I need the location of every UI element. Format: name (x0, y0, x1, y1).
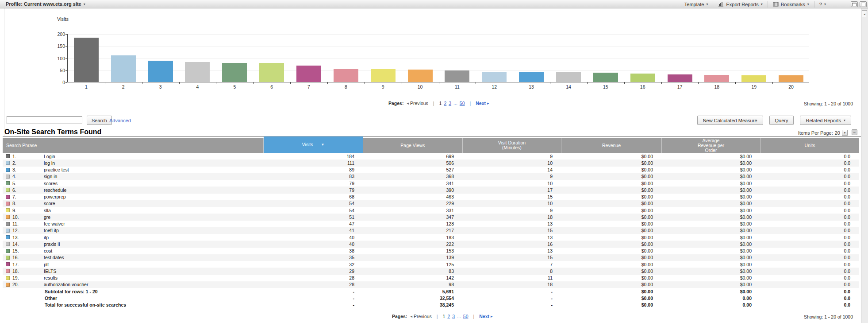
advanced-link[interactable]: Advanced (109, 118, 131, 123)
cell-units: 0.0 (760, 228, 859, 233)
table-row: 2.log in11150610$0.00$0.000.0 (3, 160, 859, 166)
bar (519, 72, 544, 82)
search-phrase: powerprep (44, 194, 66, 199)
column-header-page-views[interactable]: Page Views (363, 138, 463, 153)
page-number-link[interactable]: 3 (452, 314, 455, 319)
cell-avg-revenue-per-order: $0.00 (662, 208, 760, 213)
cell-search-phrase: 17.plt (3, 262, 264, 267)
y-axis-tick (65, 58, 67, 59)
cell-page-views: 222 (363, 241, 463, 247)
column-header-visit-duration[interactable]: Visit Duration (Minutes) (463, 138, 561, 153)
search-input[interactable] (7, 116, 82, 124)
page-number-link[interactable]: 3 (449, 101, 451, 106)
row-color-swatch (6, 242, 10, 246)
related-reports-button[interactable]: Related Reports ▾ (800, 116, 851, 125)
cell-revenue: $0.00 (561, 201, 662, 206)
column-header-visits[interactable]: Visits ▼ (264, 136, 363, 153)
new-calculated-measure-button[interactable]: New Calculated Measure (697, 116, 763, 125)
cell-visit-duration: 15 (463, 228, 561, 233)
row-color-swatch (6, 283, 10, 287)
help-menu[interactable]: ? ▾ (814, 1, 831, 8)
window-icon[interactable] (860, 1, 867, 7)
right-panel-rail[interactable] (861, 8, 868, 323)
cell-avg-revenue-per-order: $0.00 (662, 167, 760, 172)
chevron-down-icon: ▾ (807, 3, 809, 6)
x-tick-label: 5 (216, 84, 253, 90)
page-number-link[interactable]: 2 (447, 314, 450, 319)
row-color-swatch (6, 256, 10, 260)
cell-search-phrase: 4.sign in (3, 174, 264, 179)
bookmarks-menu[interactable]: Bookmarks ▾ (768, 1, 814, 8)
column-header-search-phrase[interactable]: Search Phrase (3, 138, 264, 153)
cell-search-phrase: 14.praxis II (3, 241, 264, 247)
cell-revenue: $0.00 (561, 282, 662, 287)
cell-visits: 40 (264, 241, 363, 247)
cell-avg-revenue-per-order: $0.00 (662, 187, 760, 193)
page-number-link[interactable]: 50 (463, 314, 469, 319)
x-tick-label: 3 (142, 84, 179, 90)
cell-page-views: 390 (363, 187, 463, 193)
column-header-units[interactable]: Units (760, 138, 859, 153)
query-button[interactable]: Query (769, 116, 794, 125)
bar (630, 74, 655, 82)
cell-visit-duration: 15 (463, 194, 561, 199)
cell-avg-revenue-per-order: $0.00 (662, 255, 760, 260)
cell-page-views: 128 (363, 221, 463, 226)
page-number-link[interactable]: 50 (460, 101, 465, 106)
items-per-page-dropdown-icon[interactable]: ▾ (842, 130, 848, 136)
cell-visit-duration: 14 (463, 167, 561, 172)
layout-icon[interactable] (851, 1, 858, 7)
cell-visit-duration: - (463, 296, 561, 301)
page-ellipsis: ... (457, 314, 461, 319)
row-color-swatch (6, 208, 10, 212)
search-button[interactable]: Search (87, 116, 112, 125)
x-tick-label: 15 (587, 84, 624, 90)
search-phrase: cost (44, 248, 52, 253)
table-row: 7.powerprep6846315$0.00$0.000.0 (3, 194, 859, 200)
cell-search-phrase: 12.toefl itp (3, 228, 264, 233)
next-button[interactable]: Next▸ (479, 314, 492, 319)
collapse-panel-icon[interactable]: ◂ (862, 10, 867, 17)
cell-visit-duration: 9 (463, 154, 561, 159)
cell-visit-duration: 13 (463, 248, 561, 253)
cell-avg-revenue-per-order: $0.00 (662, 269, 760, 274)
cell-avg-revenue-per-order: $0.00 (662, 289, 760, 294)
column-header-revenue[interactable]: Revenue (561, 138, 662, 153)
x-axis-tick (661, 82, 662, 84)
search-phrase: authorization voucher (44, 282, 88, 287)
cell-visits: 79 (264, 181, 363, 186)
table-row: 10.gre5134718$0.00$0.000.0 (3, 214, 859, 220)
x-axis-tick (735, 82, 736, 84)
page-ellipsis: ... (453, 101, 457, 106)
chart-title: Visits (57, 16, 69, 22)
profile-label: Profile: Current www.ets.org site (6, 0, 81, 8)
summary-row: Subtotal for rows: 1 - 20-5,691-$0.00$0.… (3, 288, 859, 295)
cell-units: 0.0 (760, 262, 859, 267)
cell-page-views: 125 (363, 262, 463, 267)
cell-page-views: 699 (363, 154, 463, 159)
x-axis-tick (290, 82, 291, 84)
cell-units: 0.0 (760, 187, 859, 193)
search-phrase: fee waiver (44, 221, 65, 226)
previous-button[interactable]: ◂Previous (407, 101, 428, 106)
page-number-link[interactable]: 2 (444, 101, 446, 106)
bar (593, 73, 618, 82)
chevron-down-icon: ▾ (761, 3, 763, 6)
cell-revenue: $0.00 (561, 262, 662, 267)
previous-button[interactable]: ◂Previous (410, 314, 431, 319)
cell-page-views: 32,554 (363, 296, 463, 301)
row-color-swatch (6, 276, 10, 280)
table-row: 18.IELTS29838$0.00$0.000.0 (3, 268, 859, 274)
export-reports-menu[interactable]: Export Reports ▾ (713, 1, 767, 8)
next-button[interactable]: Next▸ (476, 101, 489, 106)
minimize-report-icon[interactable]: − (852, 129, 857, 135)
template-menu[interactable]: Template ▾ (680, 1, 713, 8)
column-header-average-revenue-per-order[interactable]: Average Revenue per Order (662, 138, 760, 153)
cell-search-phrase: 11.fee waiver (3, 221, 264, 226)
cell-page-views: 183 (363, 235, 463, 240)
search-phrase: results (44, 275, 58, 280)
cell-summary-label: Subtotal for rows: 1 - 20 (3, 289, 264, 294)
cell-visits: 54 (264, 208, 363, 213)
table-row: 4.sign in833689$0.00$0.000.0 (3, 173, 859, 180)
profile-selector[interactable]: Profile: Current www.ets.org site ▾ (6, 0, 85, 8)
